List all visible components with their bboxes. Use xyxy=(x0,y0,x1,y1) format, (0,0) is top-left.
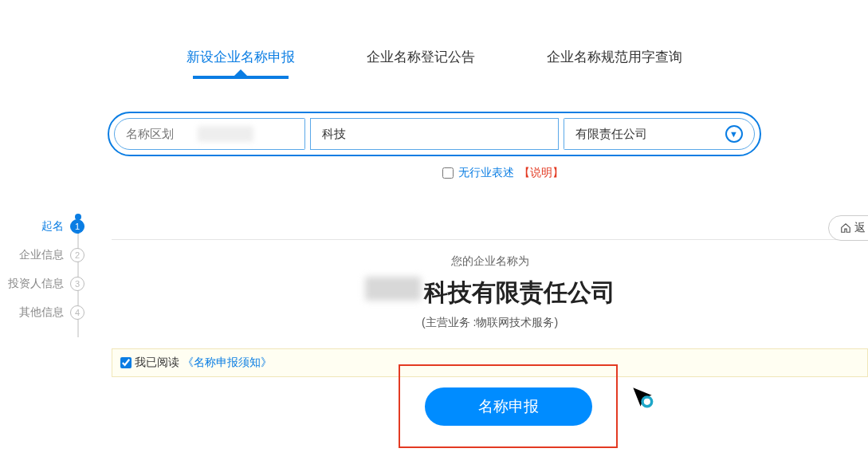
step-number: 4 xyxy=(70,305,84,320)
region-select[interactable]: 名称区划 xyxy=(114,118,305,150)
step-company-info[interactable]: 企业信息 2 xyxy=(8,248,84,262)
tab-label: 企业名称规范用字查询 xyxy=(547,49,682,65)
region-placeholder: 名称区划 xyxy=(126,127,174,142)
industry-value: 科技 xyxy=(322,127,346,142)
tab-label: 企业名称登记公告 xyxy=(367,49,475,65)
step-label: 企业信息 xyxy=(8,248,64,262)
tab-name-register-notice[interactable]: 企业名称登记公告 xyxy=(367,48,475,76)
main-business: (主营业务 :物联网技术服务) xyxy=(112,316,868,330)
cursor-icon xyxy=(631,386,654,408)
back-button[interactable]: 返 xyxy=(828,215,868,241)
region-value-redacted xyxy=(198,126,253,142)
tab-label: 新设企业名称申报 xyxy=(187,49,295,65)
step-investor-info[interactable]: 投资人信息 3 xyxy=(8,277,84,291)
back-label: 返 xyxy=(854,221,866,235)
tab-bar: 新设企业名称申报 企业名称登记公告 企业名称规范用字查询 xyxy=(0,48,868,76)
industry-input[interactable]: 科技 xyxy=(310,118,559,150)
step-number: 1 xyxy=(70,219,84,234)
name-compose-bar: 名称区划 科技 有限责任公司 ▼ xyxy=(108,112,761,156)
preview-hint: 您的企业名称为 xyxy=(112,254,868,269)
chevron-down-icon: ▼ xyxy=(725,125,743,143)
preview-company-name: 科技有限责任公司 xyxy=(112,277,868,309)
step-other-info[interactable]: 其他信息 4 xyxy=(8,305,84,320)
submit-highlight-box: 名称申报 xyxy=(399,364,618,448)
no-industry-explain-link[interactable]: 【说明】 xyxy=(519,166,564,180)
step-naming[interactable]: 起名 1 xyxy=(8,219,84,234)
agree-checkbox[interactable] xyxy=(120,357,132,368)
no-industry-label: 无行业表述 xyxy=(458,166,514,180)
step-number: 3 xyxy=(70,277,84,291)
step-number: 2 xyxy=(70,248,84,262)
submit-name-apply-button[interactable]: 名称申报 xyxy=(425,387,592,426)
step-label: 起名 xyxy=(8,219,64,234)
step-label: 其他信息 xyxy=(8,305,64,320)
tab-new-name-apply[interactable]: 新设企业名称申报 xyxy=(187,48,295,76)
agree-notice-link[interactable]: 《名称申报须知》 xyxy=(183,356,272,370)
company-type-select[interactable]: 有限责任公司 ▼ xyxy=(564,118,755,150)
step-nav: 起名 1 企业信息 2 投资人信息 3 其他信息 4 xyxy=(8,219,84,334)
tab-name-standard-query[interactable]: 企业名称规范用字查询 xyxy=(547,48,682,76)
name-preview-panel: 您的企业名称为 科技有限责任公司 (主营业务 :物联网技术服务) xyxy=(112,239,868,330)
agree-prefix: 我已阅读 xyxy=(135,356,179,370)
step-label: 投资人信息 xyxy=(8,277,64,291)
name-prefix-redacted xyxy=(365,277,421,301)
svg-point-0 xyxy=(642,397,652,407)
home-icon xyxy=(840,222,851,234)
no-industry-row: 无行业表述 【说明】 xyxy=(108,166,761,180)
no-industry-checkbox[interactable] xyxy=(442,167,454,179)
type-value: 有限责任公司 xyxy=(575,127,647,142)
name-suffix: 科技有限责任公司 xyxy=(424,277,615,309)
